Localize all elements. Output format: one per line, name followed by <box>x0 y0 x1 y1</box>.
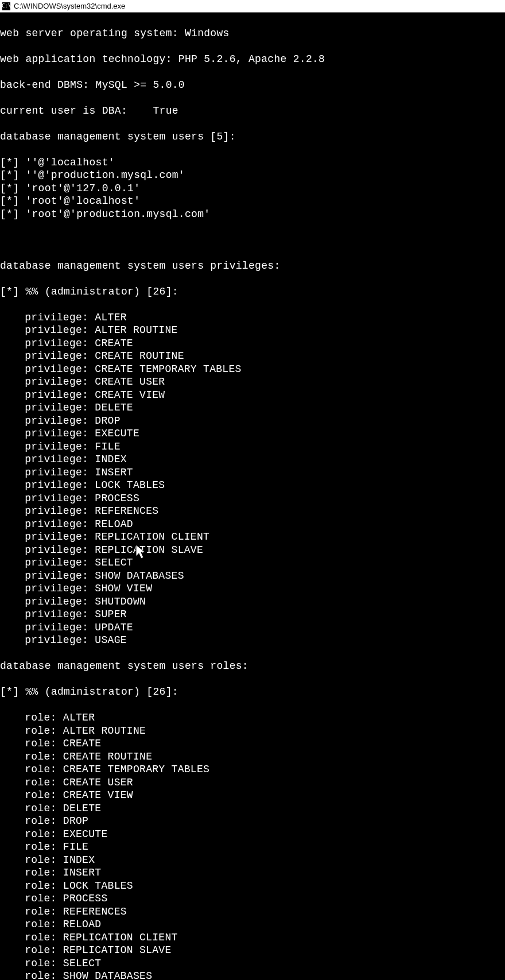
role-entry: role: REPLICATION CLIENT <box>0 931 505 944</box>
window-titlebar[interactable]: C:\ C:\WINDOWS\system32\cmd.exe <box>0 0 505 13</box>
user-entry: [*] 'root'@'localhost' <box>0 195 505 208</box>
os-line: web server operating system: Windows <box>0 27 505 40</box>
dbms-line: back-end DBMS: MySQL >= 5.0.0 <box>0 79 505 92</box>
role-entry: role: INDEX <box>0 854 505 867</box>
privilege-entry: privilege: REPLICATION CLIENT <box>0 530 505 544</box>
role-entry: role: LOCK TABLES <box>0 880 505 893</box>
users-heading: database management system users [5]: <box>0 130 505 144</box>
role-entry: role: SHOW DATABASES <box>0 970 505 980</box>
role-entry: role: ALTER <box>0 711 505 725</box>
privilege-entry: privilege: ALTER <box>0 311 505 324</box>
user-entry: [*] ''@'production.mysql.com' <box>0 169 505 182</box>
role-entry: role: REFERENCES <box>0 905 505 919</box>
role-entry: role: FILE <box>0 840 505 854</box>
privilege-entry: privilege: SELECT <box>0 556 505 570</box>
privilege-entry: privilege: CREATE TEMPORARY TABLES <box>0 363 505 376</box>
privilege-entry: privilege: CREATE VIEW <box>0 389 505 402</box>
privileges-list: privilege: ALTERprivilege: ALTER ROUTINE… <box>0 311 505 647</box>
privilege-entry: privilege: EXECUTE <box>0 427 505 440</box>
role-entry: role: DROP <box>0 815 505 828</box>
roles-heading: database management system users roles: <box>0 660 505 673</box>
privilege-entry: privilege: SHUTDOWN <box>0 595 505 609</box>
privileges-heading: database management system users privile… <box>0 259 505 273</box>
cmd-icon: C:\ <box>2 2 10 10</box>
role-entry: role: SELECT <box>0 957 505 970</box>
privileges-user-line: [*] %% (administrator) [26]: <box>0 285 505 299</box>
privilege-entry: privilege: DELETE <box>0 401 505 415</box>
role-entry: role: DELETE <box>0 802 505 815</box>
privilege-entry: privilege: INDEX <box>0 453 505 466</box>
blank-line <box>0 234 505 247</box>
window-title: C:\WINDOWS\system32\cmd.exe <box>14 2 125 10</box>
role-entry: role: CREATE VIEW <box>0 789 505 802</box>
privilege-entry: privilege: SHOW VIEW <box>0 582 505 595</box>
privilege-entry: privilege: CREATE ROUTINE <box>0 350 505 363</box>
privilege-entry: privilege: SHOW DATABASES <box>0 570 505 583</box>
role-entry: role: PROCESS <box>0 892 505 905</box>
users-list: [*] ''@'localhost'[*] ''@'production.mys… <box>0 156 505 221</box>
role-entry: role: CREATE USER <box>0 776 505 789</box>
dba-line: current user is DBA: True <box>0 104 505 118</box>
user-entry: [*] 'root'@'production.mysql.com' <box>0 208 505 221</box>
privilege-entry: privilege: INSERT <box>0 466 505 479</box>
privilege-entry: privilege: CREATE <box>0 337 505 350</box>
roles-user-line: [*] %% (administrator) [26]: <box>0 685 505 699</box>
privilege-entry: privilege: REPLICATION SLAVE <box>0 544 505 557</box>
terminal-output: web server operating system: Windows web… <box>0 13 505 980</box>
role-entry: role: RELOAD <box>0 918 505 931</box>
role-entry: role: CREATE ROUTINE <box>0 750 505 764</box>
role-entry: role: EXECUTE <box>0 828 505 841</box>
role-entry: role: ALTER ROUTINE <box>0 725 505 738</box>
privilege-entry: privilege: CREATE USER <box>0 375 505 389</box>
role-entry: role: REPLICATION SLAVE <box>0 944 505 957</box>
roles-list: role: ALTERrole: ALTER ROUTINErole: CREA… <box>0 711 505 980</box>
user-entry: [*] ''@'localhost' <box>0 156 505 169</box>
role-entry: role: INSERT <box>0 866 505 880</box>
privilege-entry: privilege: UPDATE <box>0 621 505 634</box>
privilege-entry: privilege: RELOAD <box>0 518 505 531</box>
privilege-entry: privilege: PROCESS <box>0 492 505 505</box>
privilege-entry: privilege: USAGE <box>0 634 505 647</box>
role-entry: role: CREATE TEMPORARY TABLES <box>0 763 505 776</box>
user-entry: [*] 'root'@'127.0.0.1' <box>0 182 505 195</box>
role-entry: role: CREATE <box>0 737 505 750</box>
privilege-entry: privilege: ALTER ROUTINE <box>0 324 505 337</box>
privilege-entry: privilege: LOCK TABLES <box>0 479 505 492</box>
tech-line: web application technology: PHP 5.2.6, A… <box>0 53 505 66</box>
privilege-entry: privilege: DROP <box>0 415 505 428</box>
privilege-entry: privilege: FILE <box>0 440 505 454</box>
privilege-entry: privilege: SUPER <box>0 608 505 621</box>
privilege-entry: privilege: REFERENCES <box>0 505 505 518</box>
